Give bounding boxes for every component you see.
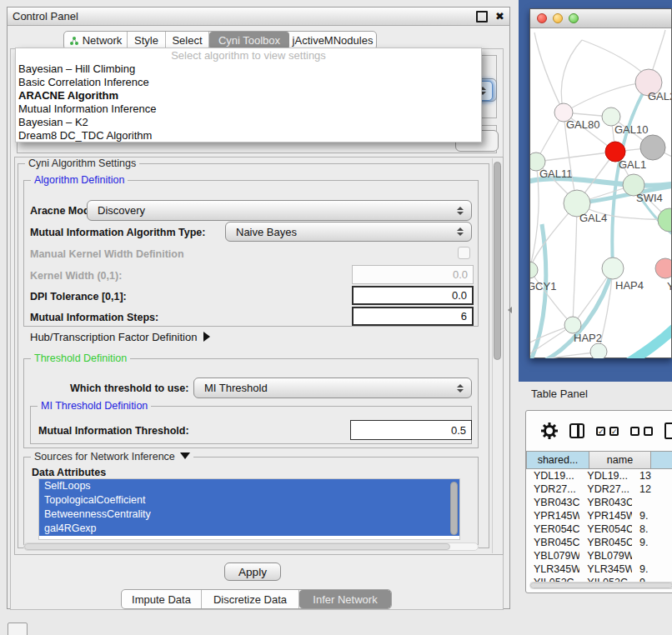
hub-definition-expander[interactable]: Hub/Transcription Factor Definition xyxy=(30,331,210,343)
mi-steps-label: Mutual Information Steps: xyxy=(30,312,158,323)
mi-steps-field[interactable]: 6 xyxy=(352,307,474,326)
algorithm-option[interactable]: Mutual Information Inference xyxy=(16,102,481,116)
table-row[interactable]: YBL079WYBL079W xyxy=(526,549,672,562)
close-traffic-light-icon[interactable] xyxy=(537,13,547,23)
table-cell: YLR345W xyxy=(579,562,632,576)
node-label: HAP2 xyxy=(574,332,602,344)
deselect-all-columns-icon[interactable] xyxy=(630,427,653,436)
attributes-scrollbar-thumb[interactable] xyxy=(450,482,458,535)
zoom-traffic-light-icon[interactable] xyxy=(569,13,579,23)
sources-hscrollbar-thumb[interactable] xyxy=(24,543,450,550)
network-node[interactable] xyxy=(602,258,624,279)
dpi-tolerance-field[interactable]: 0.0 xyxy=(352,286,474,305)
data-attribute-item[interactable]: TopologicalCoefficient xyxy=(39,493,459,508)
algorithm-option[interactable]: Dream8 DC_TDC Algorithm xyxy=(16,129,481,142)
table-cell: YBR043C xyxy=(579,496,632,509)
table-cell: YDL19... xyxy=(526,469,579,482)
table-cell: YBL079W xyxy=(579,549,632,562)
table-cell: 13 xyxy=(632,469,672,482)
network-node[interactable] xyxy=(658,208,671,232)
algorithm-option[interactable]: Bayesian – Hill Climbing xyxy=(16,62,481,76)
table-row[interactable]: YER054CYER054C8. xyxy=(526,522,672,536)
node-label: GAL10 xyxy=(614,123,648,136)
node-label: GAL4 xyxy=(579,212,607,224)
table-column-header[interactable]: A xyxy=(651,451,672,469)
table-row[interactable]: YLR345WYLR345W9. xyxy=(526,562,672,576)
splitter-collapse-icon[interactable] xyxy=(508,307,512,313)
expander-right-arrow-icon xyxy=(203,332,210,342)
algorithm-option[interactable]: Basic Correlation Inference xyxy=(16,76,481,89)
network-node[interactable] xyxy=(590,343,607,358)
tab-jactivemnodules[interactable]: jActiveMNodules xyxy=(289,32,376,49)
table-cell: 9. xyxy=(632,509,672,522)
table-cell xyxy=(632,496,672,509)
table-row[interactable]: YDL19...YDL19...13 xyxy=(526,469,672,482)
table-column-header[interactable]: name xyxy=(589,451,651,469)
tab-network[interactable]: Network xyxy=(64,32,128,49)
table-hscrollbar-thumb[interactable] xyxy=(530,582,672,588)
tab-infer-network[interactable]: Infer Network xyxy=(299,590,391,608)
algorithm-option[interactable]: ARACNE Algorithm xyxy=(16,89,481,102)
kernel-width-field[interactable]: 0.0 xyxy=(352,265,474,284)
table-row[interactable]: YBR045CYBR045C9. xyxy=(526,536,672,549)
apply-button[interactable]: Apply xyxy=(224,562,281,581)
tab-cyni-toolbox[interactable]: Cyni Toolbox xyxy=(209,32,289,49)
network-edge xyxy=(561,40,582,112)
network-view-window[interactable]: GAL2GAL80GAL10GAL1GAL11SWI4GAL4GCY1HAP4Y… xyxy=(529,8,672,358)
algorithm-option[interactable]: Bayesian – K2 xyxy=(16,116,481,129)
data-attribute-item[interactable]: BetweennessCentrality xyxy=(39,508,459,522)
network-edge xyxy=(530,270,573,325)
manual-kernel-width-checkbox[interactable] xyxy=(458,247,470,259)
select-all-columns-icon[interactable]: ✓✓ xyxy=(596,427,619,436)
close-icon[interactable]: ✖ xyxy=(495,12,504,21)
sources-group-title[interactable]: Sources for Network Inference xyxy=(31,451,193,462)
table-row[interactable]: YBR043CYBR043C xyxy=(526,496,672,509)
table-cell: YPR145W xyxy=(579,509,632,522)
table-row[interactable]: YPR145WYPR145W9. xyxy=(526,509,672,522)
function-builder-icon[interactable] xyxy=(664,422,672,439)
mi-algorithm-type-combo[interactable]: Naive Bayes xyxy=(225,222,472,242)
table-cell: YDR27... xyxy=(579,482,632,496)
mi-threshold-field[interactable]: 0.5 xyxy=(350,420,472,440)
float-window-icon[interactable] xyxy=(476,11,488,22)
cyni-settings-title: Cyni Algorithm Settings xyxy=(25,158,139,169)
tab-discretize-data[interactable]: Discretize Data xyxy=(202,590,299,608)
network-node[interactable] xyxy=(655,258,671,278)
table-panel-title: Table Panel xyxy=(531,388,588,400)
algorithm-dropdown-popup: Select algorithm to view settings Bayesi… xyxy=(15,48,482,142)
table-row[interactable]: YDR27...YDR27...12 xyxy=(526,482,672,496)
network-node[interactable] xyxy=(564,317,581,333)
show-columns-icon[interactable] xyxy=(569,423,584,438)
tab-style[interactable]: Style xyxy=(128,32,166,49)
data-attribute-item[interactable]: gal4RGexp xyxy=(39,522,459,536)
tab-impute-data[interactable]: Impute Data xyxy=(122,590,202,608)
table-hscrollbar[interactable] xyxy=(529,582,672,589)
data-attributes-list[interactable]: SelfLoopsTopologicalCoefficientBetweenne… xyxy=(38,478,460,540)
network-window-titlebar xyxy=(530,9,671,28)
combo-stepper-icon xyxy=(457,207,464,215)
table-cell: YLR345W xyxy=(526,562,579,576)
data-attribute-item[interactable]: SelfLoops xyxy=(39,479,459,493)
network-node[interactable] xyxy=(530,262,538,278)
tab-select[interactable]: Select xyxy=(166,32,209,49)
which-threshold-combo[interactable]: MI Threshold xyxy=(193,378,472,398)
node-label: SWI4 xyxy=(636,192,663,204)
aracne-mode-combo[interactable]: Discovery xyxy=(87,200,472,221)
table-cell: YBL079W xyxy=(526,549,579,562)
table-column-header[interactable]: shared... xyxy=(526,451,589,469)
sources-hscrollbar[interactable] xyxy=(23,542,479,551)
threshold-definition-title: Threshold Definition xyxy=(31,352,130,364)
bottom-tabbar: Impute Data Discretize Data Infer Networ… xyxy=(121,589,392,609)
gear-icon[interactable] xyxy=(541,422,558,439)
settings-scrollbar-thumb[interactable] xyxy=(494,162,501,360)
mi-threshold-group-title: MI Threshold Definition xyxy=(38,400,151,412)
table-cell: YBR045C xyxy=(579,536,632,549)
table-toolbar: ✓✓ xyxy=(526,411,672,451)
network-node[interactable] xyxy=(640,135,665,160)
network-graph[interactable]: GAL2GAL80GAL10GAL1GAL11SWI4GAL4GCY1HAP4Y… xyxy=(530,28,671,358)
table-cell: 12 xyxy=(632,482,672,496)
network-edge xyxy=(536,152,615,162)
bottom-left-panel-button[interactable] xyxy=(8,622,28,635)
table-cell: YDL19... xyxy=(579,469,632,482)
minimize-traffic-light-icon[interactable] xyxy=(553,13,563,23)
